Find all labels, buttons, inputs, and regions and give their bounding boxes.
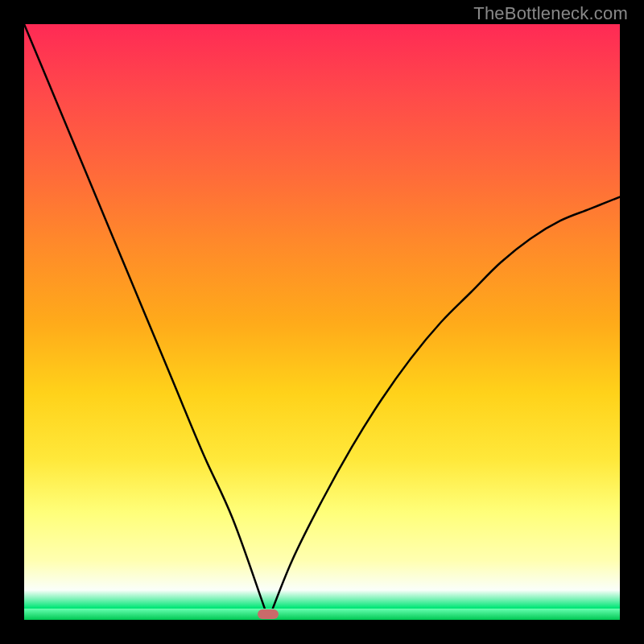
- curve-left-branch: [24, 24, 268, 620]
- curve-svg: [24, 24, 620, 620]
- green-band: [24, 609, 620, 620]
- curve-right-branch: [268, 197, 620, 620]
- watermark-text: TheBottleneck.com: [473, 3, 628, 24]
- minimum-marker: [258, 609, 279, 619]
- chart-frame: [24, 24, 620, 620]
